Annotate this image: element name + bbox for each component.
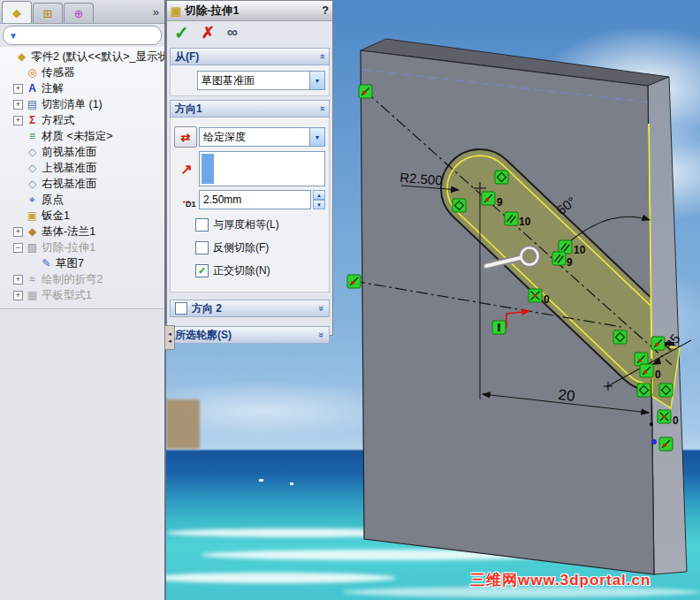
direction2-section-header[interactable]: 方向 2 » [170,300,330,317]
part-icon: ◆ [15,50,28,63]
cancel-button[interactable]: ✗ [202,23,215,42]
expand-toggle[interactable]: − [13,243,23,253]
selected-contours-section-header[interactable]: 所选轮廓(S) » [170,326,330,344]
property-manager-title-bar: ▣ 切除-拉伸1 ? [167,1,332,21]
depth-input[interactable]: 2.50mm [199,190,311,209]
checkbox[interactable] [195,218,209,232]
expand-chevron-icon[interactable]: » [316,306,327,311]
expand-chevron-icon[interactable]: » [316,332,327,338]
tree-item-base-flange[interactable]: +◆基体-法兰1 [0,224,164,239]
depth-spinner[interactable]: ▲ ▼ [313,190,325,209]
tree-item-cut-extrude[interactable]: −▨切除-拉伸1 [0,239,164,255]
dropdown-arrow-icon[interactable]: ▼ [309,72,324,89]
from-section-header[interactable]: 从(F) » [170,48,330,65]
checkbox-link-to-thickness[interactable]: 与厚度相等(L) [195,217,325,232]
plate-side-face[interactable] [648,77,687,574]
propertymanager-tab[interactable]: ⊞ [33,3,63,23]
coincident-relation-icon[interactable] [482,192,495,205]
direction1-section-header[interactable]: 方向1 » [170,100,330,118]
tree-item-label: 零件2 (默认<<默认>_显示状态 [31,49,164,65]
help-button[interactable]: ? [322,4,329,17]
spin-down-icon[interactable]: ▼ [313,200,325,209]
reverse-direction-button[interactable]: ⇄ [174,126,197,148]
midpoint-relation-icon[interactable] [453,199,466,212]
tree-item-origin[interactable]: ⌖原点 [0,192,164,208]
expand-toggle[interactable]: + [13,84,23,94]
expand-toggle[interactable]: + [13,275,23,285]
coincident-relation-icon[interactable] [347,275,361,288]
midpoint-relation-icon[interactable] [659,384,673,397]
expand-toggle[interactable]: + [13,227,23,237]
collapse-chevron-icon[interactable]: » [316,54,327,59]
tree-item-sensors[interactable]: ◎传感器 [0,65,164,80]
equations-icon: Σ [26,114,39,126]
tree-item-right-plane[interactable]: ◇右视基准面 [0,176,164,192]
tree-item-cutlist[interactable]: +▤切割清单 (1) [0,96,164,112]
coincident-relation-icon[interactable] [651,337,665,350]
tree-item-annotations[interactable]: +A注解 [0,80,164,96]
ok-button[interactable]: ✓ [174,22,189,43]
tree-item-equations[interactable]: +Σ方程式 [0,112,164,128]
panel-splitter-handle[interactable]: ◂◂ [164,325,175,350]
preview-glasses-icon[interactable]: ∞ [227,24,238,42]
dropdown-arrow-icon[interactable]: ▼ [309,128,324,146]
end-condition-dropdown[interactable]: 给定深度 ▼ [199,127,325,147]
midpoint-relation-icon[interactable] [613,330,627,344]
start-condition-dropdown[interactable]: 草图基准面 ▼ [197,71,325,90]
intersection-relation-icon[interactable] [658,410,671,423]
direction2-section-label: 方向 2 [192,301,222,316]
midpoint-relation-icon[interactable] [495,171,508,184]
tree-item-label: 材质 <未指定> [42,129,113,144]
tree-item-top-plane[interactable]: ◇上视基准面 [0,160,164,176]
property-manager-panel: ▣ 切除-拉伸1 ? ✓ ✗ ∞ 从(F) » 草图基准面 ▼ 方向1 » ⇄ [166,0,333,336]
checkbox-flip-side-to-cut[interactable]: 反侧切除(F) [195,240,325,255]
collapse-chevron-icon[interactable]: » [316,106,327,111]
end-condition-value: 给定深度 [200,130,309,145]
part-icon: ◆ [12,6,21,19]
parallel-relation-icon[interactable] [505,212,518,225]
direction1-section-body: ⇄ 给定深度 ▼ ↗ ↔D1 2.50mm ▲ ▼ 与厚度相等( [170,118,330,292]
dimxpert-tab[interactable]: ⊕ [64,3,94,23]
direction-reference-box[interactable] [199,151,325,186]
relation-label: 0 [544,293,550,306]
tree-item-label: 基体-法兰1 [42,224,95,239]
vertical-relation-icon[interactable] [492,321,506,334]
tree-item-label: 切割清单 (1) [42,97,103,112]
expand-toggle[interactable]: + [13,291,23,300]
tree-filter-input[interactable]: ▼ [3,26,162,45]
tree-item-sketched-bend[interactable]: +≈绘制的折弯2 [0,271,164,287]
dimension-text-length[interactable]: 20 [558,386,576,405]
checkbox[interactable]: ✓ [195,264,209,277]
expand-toggle[interactable]: + [13,116,23,125]
midpoint-relation-icon[interactable] [637,384,651,397]
base-flange-icon: ◆ [26,225,39,238]
coincident-relation-icon[interactable] [659,437,673,451]
spin-up-icon[interactable]: ▲ [313,190,325,200]
tree-item-part[interactable]: ◆零件2 (默认<<默认>_显示状态 [0,49,164,65]
tree-item-material[interactable]: ≡材质 <未指定> [0,128,164,144]
tree-item-sketch7[interactable]: ✎草图7 [0,255,164,271]
vertex-point[interactable] [651,439,657,444]
parallel-relation-icon[interactable] [552,252,566,265]
sketch-icon: ✎ [40,257,53,270]
coincident-relation-icon[interactable] [359,85,372,98]
direction2-checkbox[interactable] [175,302,187,315]
checkbox[interactable] [195,241,209,254]
featuremanager-tab[interactable]: ◆ [2,1,32,23]
coincident-relation-icon[interactable] [640,364,653,377]
hierarchy-icon: ⊞ [43,7,53,20]
endpoint [650,422,653,426]
depth-d1-icon: ↔D1 [174,193,199,207]
sensor-icon: ◎ [26,66,39,79]
relation-label: 10 [519,216,531,228]
tree-item-sheetmetal[interactable]: ▣钣金1 [0,208,164,224]
tab-overflow-chevron[interactable]: » [153,5,159,19]
minus-mark [665,342,674,346]
checkbox-normal-cut[interactable]: ✓ 正交切除(N) [195,263,325,278]
expand-toggle[interactable]: + [13,100,23,110]
intersection-relation-icon[interactable] [529,289,542,302]
tree-item-front-plane[interactable]: ◇前视基准面 [0,144,164,160]
property-manager-actions: ✓ ✗ ∞ [167,21,332,44]
tree-item-flat-pattern[interactable]: +▦平板型式1 [0,287,164,303]
dimension-text-slot-radius[interactable]: R2.500 [399,170,443,187]
